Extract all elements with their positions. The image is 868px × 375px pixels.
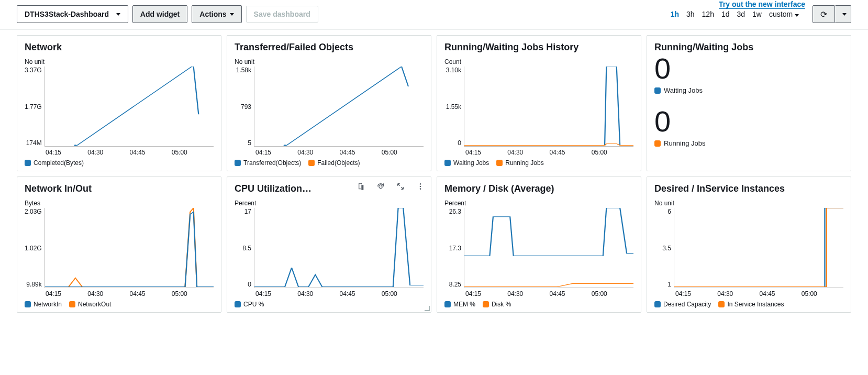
caret-down-icon — [842, 13, 847, 16]
save-dashboard-button: Save dashboard — [246, 6, 318, 23]
x-axis: 04:1504:3004:4505:00 — [25, 147, 214, 156]
svg-point-4 — [420, 188, 421, 190]
panel-memory-disk: Memory / Disk (Average) Percent 26.317.3… — [437, 177, 641, 313]
refresh-icon: ⟳ — [820, 9, 827, 19]
dashboard-selector[interactable]: DTHS3Stack-Dashboard — [17, 5, 128, 23]
copy-icon[interactable] — [357, 182, 365, 192]
y-axis: 3.37G1.77G174M — [25, 67, 44, 147]
add-widget-button[interactable]: Add widget — [132, 5, 187, 23]
refresh-icon[interactable] — [376, 182, 385, 192]
panel-title: Transferred/Failed Objects — [235, 42, 424, 53]
dashboard-selector-label: DTHS3Stack-Dashboard — [25, 10, 109, 18]
chart-plot[interactable] — [254, 67, 424, 147]
time-range-1w[interactable]: 1w — [752, 10, 762, 18]
panel-instances: Desired / InService Instances No unit 63… — [647, 177, 851, 313]
panel-cpu: CPU Utilization (… Percent 178.50 04:150… — [227, 177, 431, 313]
chart-plot[interactable] — [464, 208, 633, 288]
caret-down-icon — [116, 13, 120, 16]
svg-point-1 — [284, 145, 286, 146]
panel-title: Network — [25, 42, 214, 53]
chart-plot[interactable] — [464, 67, 633, 147]
panel-title: Running/Waiting Jobs History — [444, 42, 633, 53]
panel-jobs-now: Running/Waiting Jobs 0 Waiting Jobs 0 Ru… — [647, 35, 851, 171]
panel-jobs-history: Running/Waiting Jobs History Count 3.10k… — [437, 35, 641, 171]
panel-transferred: Transferred/Failed Objects No unit 1.58k… — [227, 35, 431, 171]
panel-unit: No unit — [25, 58, 214, 65]
resize-handle[interactable] — [425, 306, 430, 311]
time-range-1d[interactable]: 1d — [721, 10, 730, 18]
stat-value-waiting: 0 — [654, 54, 843, 83]
time-range-custom[interactable]: custom — [769, 10, 799, 18]
svg-point-3 — [420, 186, 421, 188]
legend-swatch — [25, 160, 31, 166]
more-icon[interactable] — [416, 182, 425, 192]
time-range-3d[interactable]: 3d — [737, 10, 745, 18]
panel-unit: No unit — [235, 58, 424, 65]
caret-down-icon — [230, 13, 234, 16]
panel-grid: Network No unit 3.37G1.77G174M 04:1504:3… — [0, 30, 868, 323]
chart-plot[interactable] — [44, 67, 214, 147]
panel-title: Running/Waiting Jobs — [654, 42, 843, 53]
refresh-dropdown[interactable] — [835, 5, 851, 23]
chart-plot[interactable] — [674, 208, 843, 288]
time-range-3h[interactable]: 3h — [686, 10, 695, 18]
svg-point-2 — [420, 183, 421, 185]
actions-button[interactable]: Actions — [192, 5, 241, 23]
stat-value-running: 0 — [654, 107, 843, 136]
time-range: 1h 3h 12h 1d 3d 1w custom — [671, 10, 799, 18]
panel-network-io: Network In/Out Bytes 2.03G1.02G9.89k 04:… — [17, 177, 221, 313]
time-range-1h[interactable]: 1h — [671, 10, 679, 18]
time-range-12h[interactable]: 12h — [702, 10, 714, 18]
toolbar: DTHS3Stack-Dashboard Add widget Actions … — [0, 0, 868, 30]
legend: Completed(Bytes) — [25, 159, 214, 167]
refresh-button[interactable]: ⟳ — [813, 5, 835, 23]
chart-plot[interactable] — [44, 208, 214, 288]
chart-plot[interactable] — [254, 208, 424, 288]
panel-network: Network No unit 3.37G1.77G174M 04:1504:3… — [17, 35, 221, 171]
expand-icon[interactable] — [396, 182, 405, 192]
caret-down-icon — [795, 14, 799, 17]
svg-point-0 — [74, 145, 76, 146]
